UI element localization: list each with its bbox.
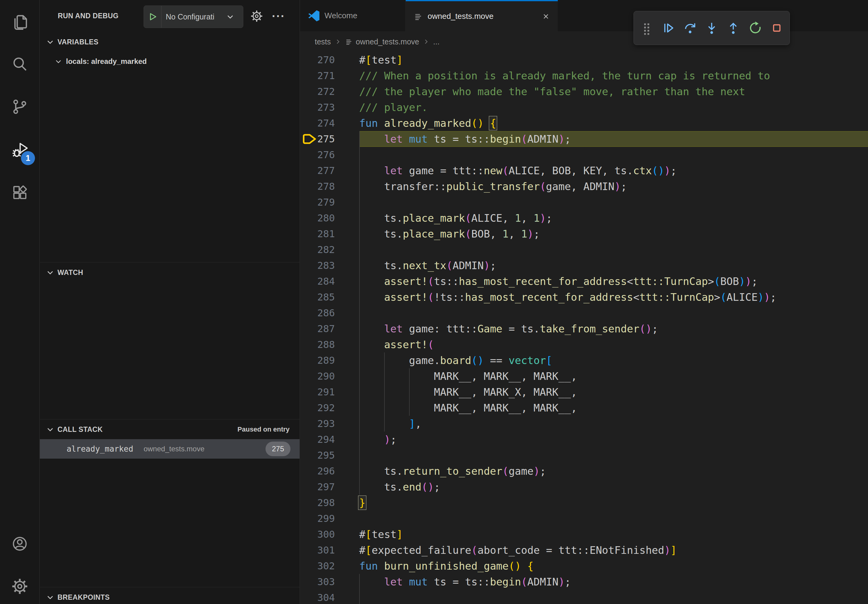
- code-line[interactable]: 272/// the player who made the "false" m…: [300, 84, 868, 99]
- breadcrumb-symbol[interactable]: ...: [433, 37, 439, 46]
- line-number[interactable]: 276: [300, 147, 335, 163]
- watch-section-header[interactable]: WATCH: [40, 263, 299, 282]
- code-line[interactable]: 296 ts.return_to_sender(game);: [300, 463, 868, 479]
- restart-button[interactable]: [746, 15, 765, 41]
- breakpoints-section-header[interactable]: BREAKPOINTS: [40, 588, 299, 604]
- code-line[interactable]: 274fun already_marked() {: [300, 115, 868, 131]
- code-line[interactable]: 279: [300, 194, 868, 210]
- line-number[interactable]: 285: [300, 289, 335, 305]
- code-line[interactable]: 298}: [300, 495, 868, 511]
- code-line[interactable]: 282: [300, 242, 868, 258]
- code-line[interactable]: 304: [300, 590, 868, 604]
- code-line[interactable]: 301#[expected_failure(abort_code = ttt::…: [300, 542, 868, 558]
- code-line[interactable]: 270#[test]: [300, 52, 868, 68]
- line-number[interactable]: 301: [300, 542, 335, 558]
- line-number[interactable]: 297: [300, 479, 335, 495]
- code-line[interactable]: 286: [300, 305, 868, 321]
- line-number[interactable]: 282: [300, 242, 335, 258]
- code-line[interactable]: 291 MARK__, MARK_X, MARK__,: [300, 384, 868, 400]
- line-number[interactable]: 288: [300, 337, 335, 353]
- line-number[interactable]: 291: [300, 384, 335, 400]
- line-number[interactable]: 280: [300, 210, 335, 226]
- line-number[interactable]: 300: [300, 527, 335, 542]
- sidebar-item-search[interactable]: [0, 47, 39, 81]
- line-number[interactable]: 278: [300, 178, 335, 194]
- code-line[interactable]: 297 ts.end();: [300, 479, 868, 495]
- code-line[interactable]: 293 ],: [300, 416, 868, 432]
- line-number[interactable]: 299: [300, 511, 335, 527]
- line-number[interactable]: 287: [300, 321, 335, 337]
- line-number[interactable]: 298: [300, 495, 335, 511]
- code-line[interactable]: 284 assert!(ts::has_most_recent_for_addr…: [300, 273, 868, 289]
- line-number[interactable]: 302: [300, 558, 335, 574]
- line-number[interactable]: 273: [300, 99, 335, 115]
- line-number[interactable]: 295: [300, 448, 335, 463]
- more-actions-button[interactable]: ···: [267, 5, 290, 27]
- code-line[interactable]: 288 assert!(: [300, 337, 868, 353]
- tab-welcome[interactable]: Welcome: [300, 0, 406, 31]
- continue-button[interactable]: [659, 15, 678, 41]
- code-line[interactable]: 275 let mut ts = ts::begin(ADMIN);: [300, 131, 868, 147]
- line-number[interactable]: 279: [300, 194, 335, 210]
- line-number[interactable]: 286: [300, 305, 335, 321]
- variables-scope-row[interactable]: locals: already_marked: [40, 52, 299, 71]
- step-into-button[interactable]: [702, 15, 721, 41]
- code-line[interactable]: 302fun burn_unfinished_game() {: [300, 558, 868, 574]
- line-number[interactable]: 277: [300, 163, 335, 178]
- sidebar-item-source-control[interactable]: [0, 90, 39, 124]
- code-line[interactable]: 289 game.board() == vector[: [300, 353, 868, 368]
- code-line[interactable]: 287 let game: ttt::Game = ts.take_from_s…: [300, 321, 868, 337]
- sidebar-item-explorer[interactable]: [0, 5, 39, 39]
- code-line[interactable]: 273/// player.: [300, 99, 868, 115]
- close-icon[interactable]: [542, 12, 550, 20]
- launch-configuration-control[interactable]: No Configurati: [144, 5, 243, 28]
- code-line[interactable]: 292 MARK__, MARK__, MARK__,: [300, 400, 868, 416]
- line-number[interactable]: 294: [300, 432, 335, 448]
- call-stack-section-header[interactable]: CALL STACK Paused on entry: [40, 420, 299, 438]
- open-launch-json-button[interactable]: [245, 5, 268, 27]
- call-stack-frame-row[interactable]: already_marked owned_tests.move 275: [40, 439, 299, 458]
- code-line[interactable]: 281 ts.place_mark(BOB, 1, 1);: [300, 226, 868, 242]
- tab-owned-tests-move[interactable]: owned_tests.move: [406, 0, 558, 31]
- line-number[interactable]: 290: [300, 368, 335, 384]
- line-number[interactable]: 293: [300, 416, 335, 432]
- account-button[interactable]: [0, 527, 39, 561]
- line-number[interactable]: 292: [300, 400, 335, 416]
- configuration-dropdown[interactable]: No Configurati: [166, 12, 225, 21]
- code-line[interactable]: 285 assert!(!ts::has_most_recent_for_add…: [300, 289, 868, 305]
- step-out-button[interactable]: [724, 15, 743, 41]
- line-number[interactable]: 284: [300, 273, 335, 289]
- variables-section-header[interactable]: VARIABLES: [40, 33, 299, 51]
- step-over-button[interactable]: [680, 15, 700, 41]
- drag-handle[interactable]: [637, 15, 656, 41]
- code-line[interactable]: 294 );: [300, 432, 868, 448]
- line-number[interactable]: 303: [300, 574, 335, 590]
- stop-button[interactable]: [767, 15, 786, 41]
- code-line[interactable]: 295: [300, 448, 868, 463]
- line-number[interactable]: 296: [300, 463, 335, 479]
- line-number[interactable]: 283: [300, 258, 335, 273]
- code-line[interactable]: 276: [300, 147, 868, 163]
- breadcrumb-folder[interactable]: tests: [315, 37, 331, 46]
- line-number[interactable]: 270: [300, 52, 335, 68]
- code-line[interactable]: 300#[test]: [300, 527, 868, 542]
- line-number[interactable]: 272: [300, 84, 335, 99]
- start-debugging-button[interactable]: [144, 6, 161, 28]
- sidebar-item-run-and-debug[interactable]: 1: [0, 133, 39, 167]
- code-line[interactable]: 280 ts.place_mark(ALICE, 1, 1);: [300, 210, 868, 226]
- code-line[interactable]: 303 let mut ts = ts::begin(ADMIN);: [300, 574, 868, 590]
- line-number[interactable]: 281: [300, 226, 335, 242]
- code-line[interactable]: 271/// When a position is already marked…: [300, 68, 868, 84]
- code-line[interactable]: 278 transfer::public_transfer(game, ADMI…: [300, 178, 868, 194]
- line-number[interactable]: 274: [300, 115, 335, 131]
- code-editor[interactable]: 270#[test]271/// When a position is alre…: [300, 52, 868, 604]
- code-line[interactable]: 277 let game = ttt::new(ALICE, BOB, KEY,…: [300, 163, 868, 178]
- settings-button[interactable]: [0, 569, 39, 603]
- code-line[interactable]: 283 ts.next_tx(ADMIN);: [300, 258, 868, 273]
- line-number[interactable]: 271: [300, 68, 335, 84]
- debug-toolbar[interactable]: [634, 11, 790, 45]
- breadcrumb-file[interactable]: owned_tests.move: [356, 37, 419, 46]
- line-number[interactable]: 289: [300, 353, 335, 368]
- line-number[interactable]: 304: [300, 590, 335, 604]
- code-line[interactable]: 299: [300, 511, 868, 527]
